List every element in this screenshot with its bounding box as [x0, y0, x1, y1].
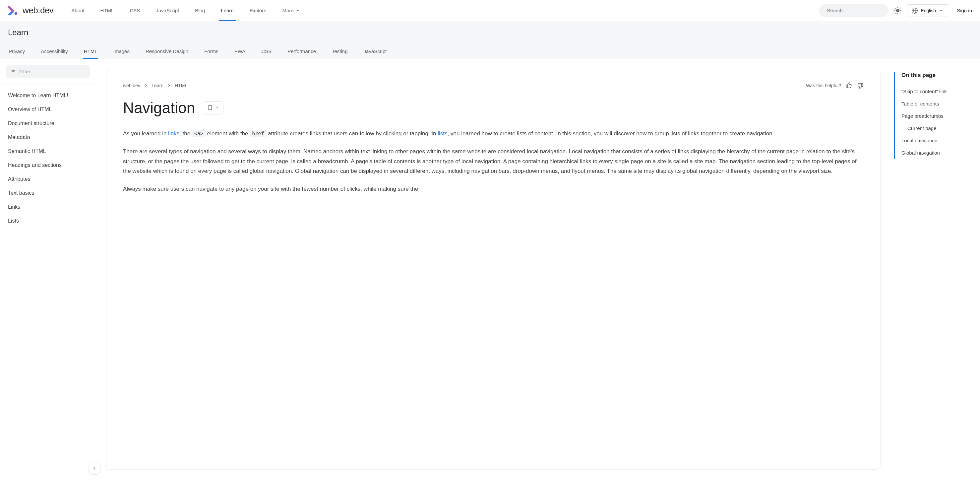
- page-title: Navigation: [123, 99, 195, 117]
- paragraph: There are several types of navigation an…: [123, 147, 864, 176]
- nav-html[interactable]: HTML: [99, 0, 116, 21]
- top-nav: About HTML CSS JavaScript Blog Learn Exp…: [69, 0, 302, 21]
- toc-item[interactable]: "Skip to content" link: [901, 85, 970, 97]
- paragraph: As you learned in links, the <a> element…: [123, 129, 864, 139]
- code-a: <a>: [192, 130, 205, 137]
- breadcrumb-item[interactable]: web.dev: [123, 83, 140, 88]
- subtab-javascript[interactable]: JavaScript: [363, 44, 388, 59]
- subtab-responsive[interactable]: Responsive Design: [145, 44, 189, 59]
- table-of-contents: On this page "Skip to content" link Tabl…: [894, 69, 970, 470]
- svg-line-8: [895, 8, 896, 8]
- subtab-privacy[interactable]: Privacy: [8, 44, 25, 59]
- content-layout: Welcome to Learn HTML! Overview of HTML …: [0, 59, 980, 480]
- subheader-title: Learn: [8, 28, 972, 37]
- breadcrumb: web.dev Learn HTML: [123, 83, 187, 88]
- toc-item[interactable]: Page breadcrumbs: [901, 110, 970, 122]
- subtab-forms[interactable]: Forms: [204, 44, 219, 59]
- svg-line-9: [900, 13, 901, 13]
- sidebar-item[interactable]: Document structure: [0, 117, 96, 130]
- nav-explore[interactable]: Explore: [248, 0, 269, 21]
- subtab-pwa[interactable]: PWA: [234, 44, 246, 59]
- toc-item[interactable]: Local navigation: [901, 134, 970, 147]
- toc-item[interactable]: Global navigation: [901, 147, 970, 159]
- subtab-testing[interactable]: Testing: [331, 44, 348, 59]
- page-title-row: Navigation: [123, 99, 864, 117]
- code-href: href: [250, 130, 266, 137]
- nav-css[interactable]: CSS: [128, 0, 142, 21]
- thumbs-up-icon[interactable]: [846, 82, 852, 89]
- subtab-accessibility[interactable]: Accessibility: [40, 44, 68, 59]
- collapse-sidebar-button[interactable]: [89, 463, 100, 474]
- search-box[interactable]: /: [819, 4, 888, 17]
- sidebar-item[interactable]: Overview of HTML: [0, 102, 96, 117]
- top-header: web.dev About HTML CSS JavaScript Blog L…: [0, 0, 980, 21]
- thumbs-down-icon[interactable]: [857, 82, 864, 89]
- chevron-down-icon: [939, 8, 944, 13]
- chevron-right-icon: [167, 83, 172, 88]
- globe-icon: [912, 7, 918, 14]
- subtabs: Privacy Accessibility HTML Images Respon…: [8, 44, 972, 59]
- site-name: web.dev: [22, 5, 53, 16]
- toc-title: On this page: [901, 72, 970, 78]
- svg-line-10: [900, 8, 901, 8]
- nav-more[interactable]: More: [280, 0, 302, 21]
- svg-point-3: [896, 9, 899, 12]
- helpful-label: Was this helpful?: [806, 83, 841, 88]
- sidebar: Welcome to Learn HTML! Overview of HTML …: [0, 59, 96, 480]
- logo-icon: [8, 6, 19, 15]
- sidebar-item[interactable]: Attributes: [0, 172, 96, 186]
- bookmark-icon: [207, 105, 213, 111]
- chevron-down-icon: [215, 106, 219, 110]
- subtab-css[interactable]: CSS: [261, 44, 272, 59]
- svg-line-11: [895, 13, 896, 13]
- filter-input[interactable]: [19, 69, 85, 74]
- bookmark-button[interactable]: [203, 101, 223, 115]
- theme-toggle[interactable]: [891, 4, 904, 17]
- sidebar-item[interactable]: Welcome to Learn HTML!: [0, 89, 96, 102]
- subtab-performance[interactable]: Performance: [287, 44, 317, 59]
- language-selector[interactable]: English: [907, 4, 948, 17]
- breadcrumb-row: web.dev Learn HTML Was this helpful?: [123, 82, 864, 89]
- filter-icon: [11, 69, 16, 74]
- breadcrumb-item[interactable]: HTML: [175, 83, 187, 88]
- signin-link[interactable]: Sign in: [957, 8, 972, 13]
- sidebar-item[interactable]: Semantic HTML: [0, 144, 96, 158]
- main-content: web.dev Learn HTML Was this helpful? Nav…: [96, 59, 980, 480]
- link-links[interactable]: links: [168, 130, 179, 137]
- chevron-left-icon: [92, 466, 97, 471]
- nav-learn[interactable]: Learn: [219, 0, 235, 21]
- article-body: As you learned in links, the <a> element…: [123, 129, 864, 194]
- sidebar-item[interactable]: Metadata: [0, 130, 96, 144]
- toc-item[interactable]: Current page: [901, 122, 970, 134]
- subheader: Learn Privacy Accessibility HTML Images …: [0, 21, 980, 59]
- svg-point-0: [14, 12, 18, 15]
- nav-javascript[interactable]: JavaScript: [154, 0, 181, 21]
- paragraph: Always make sure users can navigate to a…: [123, 184, 864, 194]
- chevron-right-icon: [143, 83, 148, 88]
- logo[interactable]: web.dev: [8, 5, 53, 16]
- language-label: English: [921, 8, 936, 13]
- chevron-down-icon: [295, 8, 301, 13]
- helpful-widget: Was this helpful?: [806, 82, 864, 89]
- toc-item[interactable]: Table of contents: [901, 97, 970, 110]
- subtab-images[interactable]: Images: [113, 44, 130, 59]
- sidebar-item[interactable]: Lists: [0, 214, 96, 228]
- sidebar-item[interactable]: Headings and sections: [0, 158, 96, 172]
- breadcrumb-item[interactable]: Learn: [151, 83, 164, 88]
- subtab-html[interactable]: HTML: [83, 44, 98, 59]
- nav-blog[interactable]: Blog: [193, 0, 207, 21]
- search-input[interactable]: [827, 8, 890, 13]
- link-lists[interactable]: lists: [438, 130, 447, 137]
- sun-icon: [894, 7, 901, 14]
- nav-about[interactable]: About: [69, 0, 86, 21]
- article-container: web.dev Learn HTML Was this helpful? Nav…: [106, 69, 881, 470]
- nav-more-label: More: [282, 8, 294, 13]
- filter-box[interactable]: [6, 65, 90, 78]
- sidebar-item[interactable]: Links: [0, 200, 96, 214]
- sidebar-item[interactable]: Text basics: [0, 186, 96, 200]
